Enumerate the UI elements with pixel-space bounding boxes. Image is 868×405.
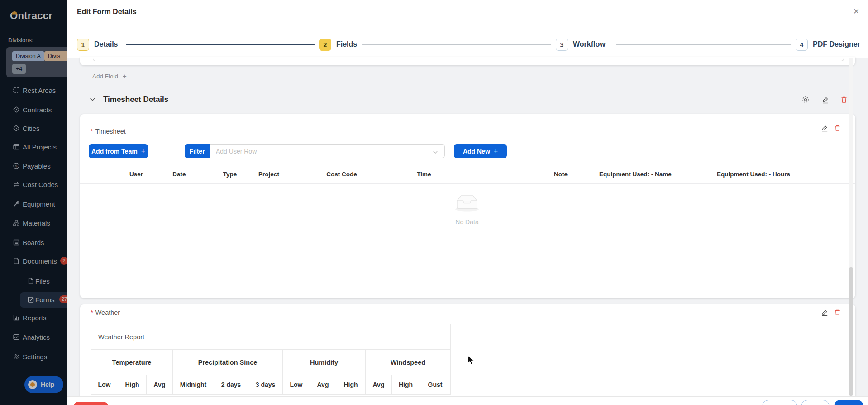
step-3-label[interactable]: Workflow bbox=[573, 40, 606, 48]
section-delete-icon[interactable] bbox=[840, 96, 848, 104]
steps-bar: 1 Details 2 Fields 3 Workflow 4 PDF Desi… bbox=[67, 24, 868, 57]
empty-state: No Data bbox=[429, 191, 506, 226]
group-windspeed: Windspeed bbox=[366, 350, 451, 375]
previous-field-card bbox=[80, 57, 855, 65]
section-edit-icon[interactable] bbox=[821, 96, 830, 104]
sub-temp-avg: Avg bbox=[147, 375, 173, 395]
close-icon[interactable]: ✕ bbox=[853, 7, 859, 16]
delete-form-button[interactable] bbox=[72, 402, 110, 405]
section-divider bbox=[67, 88, 868, 88]
column-header-project: Project bbox=[258, 171, 279, 178]
chevron-down-icon bbox=[433, 149, 438, 157]
plus-icon: + bbox=[494, 147, 498, 155]
chevron-down-icon[interactable] bbox=[89, 96, 96, 105]
add-new-button[interactable]: Add New+ bbox=[454, 144, 507, 158]
weather-group-row: Temperature Precipitation Since Humidity… bbox=[91, 350, 451, 375]
truncated-input bbox=[93, 57, 844, 61]
add-from-team-button[interactable]: Add from Team+ bbox=[89, 144, 148, 158]
plus-icon: + bbox=[123, 72, 127, 80]
column-header-equipment-hours: Equipment Used: - Hours bbox=[717, 171, 790, 178]
group-precipitation: Precipitation Since bbox=[173, 350, 283, 375]
edit-form-modal: Edit Form Details ✕ 1 Details 2 Fields 3… bbox=[67, 0, 868, 405]
footer-secondary-button-1[interactable] bbox=[762, 400, 797, 405]
sub-humidity-avg: Avg bbox=[310, 375, 336, 395]
step-4-number[interactable]: 4 bbox=[796, 39, 808, 51]
timesheet-field-card: *Timesheet Add from Team+ Filter bbox=[80, 114, 855, 298]
add-from-team-label: Add from Team bbox=[91, 148, 138, 155]
add-user-row-select[interactable] bbox=[210, 144, 445, 158]
sub-temp-high: High bbox=[118, 375, 147, 395]
add-user-row-input[interactable] bbox=[216, 145, 424, 158]
column-header-cost-code: Cost Code bbox=[326, 171, 357, 178]
sub-wind-high: High bbox=[392, 375, 420, 395]
scrollbar-thumb[interactable] bbox=[849, 267, 853, 396]
sub-wind-gust: Gust bbox=[420, 375, 451, 395]
column-header-note: Note bbox=[554, 171, 568, 178]
sub-precip-2days: 2 days bbox=[214, 375, 248, 395]
empty-box-icon bbox=[451, 191, 483, 212]
weather-report-title: Weather Report bbox=[91, 324, 451, 350]
weather-field-label: *Weather bbox=[91, 309, 120, 316]
sub-precip-midnight: Midnight bbox=[173, 375, 214, 395]
weather-report-row: Weather Report bbox=[91, 324, 451, 350]
step-3-number[interactable]: 3 bbox=[556, 39, 568, 51]
step-1-number[interactable]: 1 bbox=[77, 39, 89, 51]
step-connector bbox=[362, 44, 551, 45]
modal-body: Add Field+ Timesheet Details *Timesheet bbox=[67, 58, 868, 396]
sub-temp-low: Low bbox=[91, 375, 118, 395]
add-new-label: Add New bbox=[463, 148, 490, 155]
screen: Ontraccr Divisions: Division A Divis +4 … bbox=[0, 0, 868, 405]
timesheet-field-label: *Timesheet bbox=[91, 128, 126, 135]
empty-text: No Data bbox=[429, 218, 506, 226]
step-2-number[interactable]: 2 bbox=[319, 39, 331, 51]
weather-table: Weather Report Temperature Precipitation… bbox=[91, 324, 451, 395]
timesheet-table-header: User Date Type Project Cost Code Time No… bbox=[80, 165, 855, 184]
step-2-label[interactable]: Fields bbox=[336, 40, 357, 48]
add-field-button[interactable]: Add Field+ bbox=[92, 72, 127, 80]
timesheet-edit-icon[interactable] bbox=[821, 124, 829, 132]
modal-header: Edit Form Details ✕ bbox=[67, 0, 868, 24]
sub-humidity-low: Low bbox=[283, 375, 310, 395]
weather-edit-icon[interactable] bbox=[821, 309, 829, 317]
modal-title: Edit Form Details bbox=[77, 8, 137, 16]
column-header-time: Time bbox=[417, 171, 431, 178]
weather-subheader-row: Low High Avg Midnight 2 days 3 days Low … bbox=[91, 375, 451, 395]
step-1-label[interactable]: Details bbox=[94, 40, 118, 48]
column-header-equipment-name: Equipment Used: - Name bbox=[599, 171, 672, 178]
column-header-date: Date bbox=[172, 171, 186, 178]
sub-humidity-high: High bbox=[336, 375, 366, 395]
step-connector bbox=[616, 44, 791, 45]
required-asterisk: * bbox=[91, 128, 93, 135]
section-settings-gear-icon[interactable] bbox=[801, 96, 810, 104]
sub-wind-avg: Avg bbox=[366, 375, 392, 395]
filter-label: Filter bbox=[189, 148, 205, 155]
filter-button[interactable]: Filter bbox=[185, 144, 210, 158]
required-asterisk: * bbox=[91, 309, 93, 316]
group-temperature: Temperature bbox=[91, 350, 173, 375]
section-title: Timesheet Details bbox=[103, 95, 168, 104]
weather-field-card: *Weather Weather Report bbox=[80, 304, 855, 400]
group-humidity: Humidity bbox=[283, 350, 366, 375]
timesheet-delete-icon[interactable] bbox=[834, 124, 842, 132]
modal-scrollbar[interactable] bbox=[849, 58, 853, 396]
column-header-user: User bbox=[129, 171, 143, 178]
plus-icon: + bbox=[141, 147, 145, 155]
modal-footer bbox=[67, 396, 868, 405]
sub-precip-3days: 3 days bbox=[248, 375, 283, 395]
footer-primary-button[interactable] bbox=[834, 400, 863, 405]
step-4-label[interactable]: PDF Designer bbox=[813, 40, 860, 48]
step-connector bbox=[126, 44, 315, 45]
column-header-type: Type bbox=[223, 171, 237, 178]
modal-backdrop bbox=[0, 0, 67, 405]
weather-delete-icon[interactable] bbox=[834, 309, 842, 317]
column-divider bbox=[103, 165, 103, 184]
footer-secondary-button-2[interactable] bbox=[801, 400, 830, 405]
add-field-label: Add Field bbox=[92, 73, 118, 80]
